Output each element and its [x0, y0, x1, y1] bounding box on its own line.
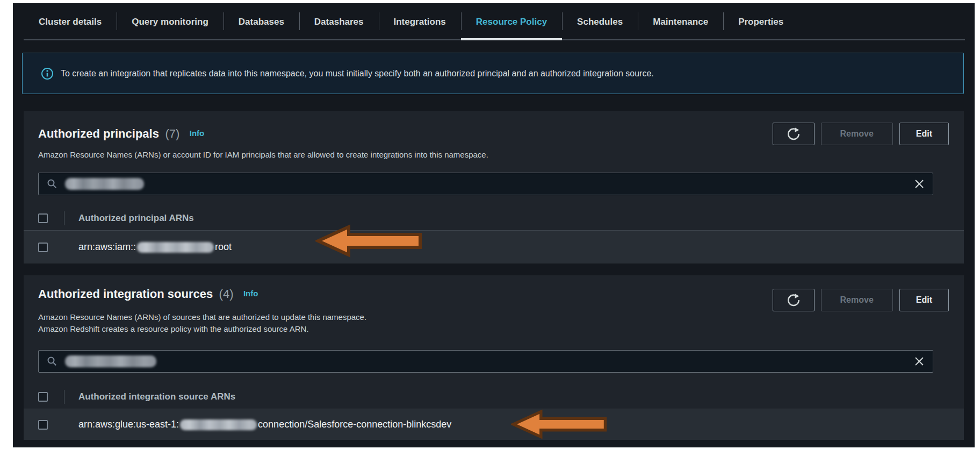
- panel-description: Amazon Resource Names (ARNs) of sources …: [38, 311, 366, 335]
- refresh-button[interactable]: [773, 289, 815, 311]
- arn-suffix: root: [215, 241, 232, 253]
- column-divider: [64, 211, 64, 225]
- annotation-arrow-principal: [315, 223, 423, 259]
- principal-arn: arn:aws:iam:: root: [78, 241, 232, 253]
- tab-databases[interactable]: Databases: [224, 3, 299, 40]
- info-icon: [41, 67, 54, 80]
- arn-prefix: arn:aws:iam::: [78, 241, 136, 253]
- refresh-icon: [787, 293, 801, 307]
- panel-actions: Remove Edit: [773, 123, 949, 145]
- clear-icon[interactable]: [914, 356, 925, 367]
- search-input[interactable]: [38, 350, 933, 373]
- column-header: Authorized integration source ARNs: [78, 391, 235, 402]
- panel-title: Authorized integration sources: [38, 287, 213, 301]
- tabs: Cluster details Query monitoring Databas…: [24, 3, 975, 40]
- refresh-icon: [787, 127, 801, 141]
- select-all-checkbox[interactable]: [38, 392, 48, 402]
- tab-datashares[interactable]: Datashares: [299, 3, 379, 40]
- row-checkbox[interactable]: [38, 420, 48, 430]
- redacted-search-text: [65, 178, 144, 190]
- panel-title: Authorized principals: [38, 127, 159, 140]
- remove-button[interactable]: Remove: [821, 123, 893, 145]
- arn-prefix: arn:aws:glue:us-east-1:: [78, 419, 179, 430]
- clear-icon[interactable]: [914, 179, 925, 189]
- panel-count: (4): [219, 287, 234, 301]
- description-line-2: Amazon Redshift creates a resource polic…: [38, 323, 366, 335]
- tab-bar: Cluster details Query monitoring Databas…: [13, 3, 975, 40]
- refresh-button[interactable]: [773, 123, 815, 145]
- panel-actions: Remove Edit: [773, 289, 949, 311]
- console-screen: Cluster details Query monitoring Databas…: [13, 3, 975, 447]
- search-icon: [47, 356, 57, 367]
- panel-title-row: Authorized integration sources (4) Info: [38, 287, 258, 301]
- column-header: Authorized principal ARNs: [78, 213, 194, 224]
- integration-source-arn: arn:aws:glue:us-east-1: connection/Sales…: [78, 419, 451, 430]
- redacted-search-text: [65, 355, 156, 367]
- search-icon: [47, 179, 57, 189]
- tab-schedules[interactable]: Schedules: [562, 3, 638, 40]
- table-row[interactable]: arn:aws:iam:: root: [24, 230, 964, 263]
- table-header-row: Authorized principal ARNs: [24, 206, 964, 230]
- table-header-row: Authorized integration source ARNs: [24, 385, 964, 409]
- arn-suffix: connection/Salesforce-connection-blinkcs…: [258, 419, 451, 430]
- search-input[interactable]: [38, 173, 933, 195]
- info-link[interactable]: Info: [243, 289, 258, 298]
- redacted-account-id: [180, 419, 257, 430]
- row-checkbox[interactable]: [38, 243, 48, 252]
- info-banner: To create an integration that replicates…: [22, 53, 964, 94]
- authorized-principals-panel: Authorized principals (7) Info Remove Ed…: [24, 111, 964, 263]
- tab-cluster-details[interactable]: Cluster details: [24, 3, 117, 40]
- column-divider: [64, 390, 64, 404]
- info-banner-text: To create an integration that replicates…: [61, 69, 654, 79]
- panel-count: (7): [165, 127, 179, 140]
- info-link[interactable]: Info: [190, 129, 205, 138]
- authorized-integration-sources-panel: Authorized integration sources (4) Info …: [24, 275, 964, 440]
- tab-maintenance[interactable]: Maintenance: [638, 3, 723, 40]
- edit-button[interactable]: Edit: [899, 123, 949, 145]
- panel-title-row: Authorized principals (7) Info: [38, 127, 204, 141]
- tab-query-monitoring[interactable]: Query monitoring: [117, 3, 224, 40]
- select-all-checkbox[interactable]: [38, 213, 48, 223]
- annotation-arrow-source: [511, 408, 608, 440]
- tab-integrations[interactable]: Integrations: [379, 3, 461, 40]
- remove-button[interactable]: Remove: [821, 289, 893, 311]
- edit-button[interactable]: Edit: [899, 289, 949, 311]
- table-row[interactable]: arn:aws:glue:us-east-1: connection/Sales…: [24, 409, 964, 440]
- panel-description: Amazon Resource Names (ARNs) or account …: [38, 149, 488, 161]
- redacted-account-id: [137, 242, 214, 253]
- tab-resource-policy[interactable]: Resource Policy: [461, 3, 562, 40]
- tab-properties[interactable]: Properties: [723, 3, 798, 40]
- description-line-1: Amazon Resource Names (ARNs) of sources …: [38, 311, 366, 323]
